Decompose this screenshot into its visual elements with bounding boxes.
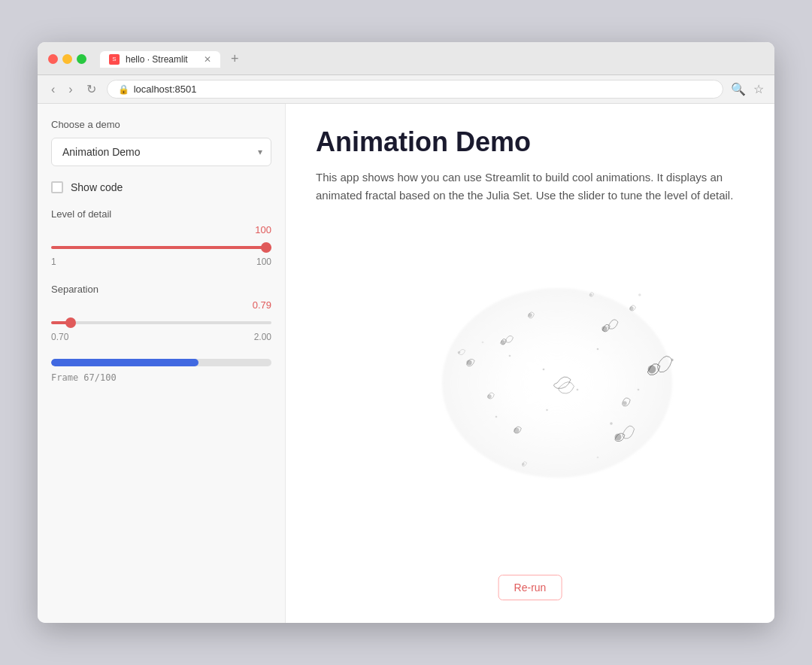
svg-point-19: [509, 355, 511, 357]
show-code-checkbox[interactable]: [51, 181, 63, 193]
forward-button[interactable]: ›: [65, 81, 75, 98]
sidebar: Choose a demo Animation Demo ▾ Show code…: [38, 104, 286, 623]
close-button[interactable]: [48, 54, 58, 64]
level-of-detail-value: 100: [51, 224, 271, 235]
tab-title: hello · Streamlit: [126, 54, 188, 65]
separation-slider[interactable]: [51, 321, 271, 324]
show-code-label: Show code: [71, 181, 123, 193]
tab-close-icon[interactable]: ✕: [204, 54, 211, 65]
active-tab[interactable]: S hello · Streamlit ✕: [100, 51, 220, 68]
svg-point-2: [623, 401, 626, 405]
browser-window: S hello · Streamlit ✕ + ‹ › ↻ 🔒 localhos…: [38, 42, 774, 623]
show-code-row: Show code: [51, 181, 271, 193]
separation-min: 0.70: [51, 332, 68, 342]
level-of-detail-label: Level of detail: [51, 208, 271, 220]
svg-point-14: [638, 293, 641, 296]
progress-bar-fill: [51, 359, 198, 366]
tab-bar: S hello · Streamlit ✕ +: [100, 50, 764, 68]
separation-minmax: 0.70 2.00: [51, 332, 271, 342]
minimize-button[interactable]: [62, 54, 72, 64]
separation-label: Separation: [51, 284, 271, 295]
level-of-detail-max: 100: [256, 257, 271, 267]
address-text: localhost:8501: [134, 84, 197, 95]
search-icon[interactable]: 🔍: [731, 82, 746, 96]
svg-point-23: [482, 342, 484, 344]
separation-slider-container: [51, 314, 271, 327]
traffic-lights: [48, 54, 86, 64]
maximize-button[interactable]: [77, 54, 86, 64]
demo-select[interactable]: Animation Demo: [51, 138, 271, 166]
address-bar[interactable]: 🔒 localhost:8501: [107, 80, 723, 99]
separation-section: Separation 0.79 0.70 2.00: [51, 284, 271, 342]
svg-point-21: [495, 416, 498, 418]
frame-counter: Frame 67/100: [51, 372, 271, 383]
page-title: Animation Demo: [316, 126, 744, 158]
progress-bar-container: Frame 67/100: [51, 359, 271, 383]
level-of-detail-section: Level of detail 100 1 100: [51, 208, 271, 267]
svg-point-17: [546, 409, 548, 411]
svg-point-15: [543, 369, 545, 371]
reload-button[interactable]: ↻: [83, 80, 99, 98]
main-content: Animation Demo This app shows how you ca…: [286, 104, 774, 623]
bookmark-icon[interactable]: ☆: [753, 82, 764, 96]
svg-point-20: [610, 422, 613, 425]
tab-favicon: S: [109, 54, 120, 65]
rerun-button[interactable]: Re-run: [498, 575, 562, 600]
level-of-detail-slider-container: [51, 238, 271, 252]
separation-max: 2.00: [254, 332, 271, 342]
page-description: This app shows how you can use Streamlit…: [316, 169, 737, 205]
demo-select-container: Animation Demo ▾: [51, 138, 271, 166]
lock-icon: 🔒: [118, 84, 129, 95]
browser-titlebar: S hello · Streamlit ✕ +: [38, 42, 774, 75]
progress-bar-bg: [51, 359, 271, 366]
fractal-container: [316, 227, 744, 498]
browser-toolbar: ‹ › ↻ 🔒 localhost:8501 🔍 ☆: [38, 75, 774, 104]
svg-point-22: [638, 389, 640, 391]
svg-point-16: [577, 389, 579, 391]
browser-content: Choose a demo Animation Demo ▾ Show code…: [38, 104, 774, 623]
level-of-detail-min: 1: [51, 257, 56, 267]
level-of-detail-slider[interactable]: [51, 246, 271, 249]
fractal-image: [316, 227, 744, 498]
svg-point-18: [597, 348, 599, 351]
demo-select-label: Choose a demo: [51, 119, 271, 130]
level-of-detail-minmax: 1 100: [51, 257, 271, 267]
separation-value: 0.79: [51, 299, 271, 311]
toolbar-icons: 🔍 ☆: [731, 82, 764, 96]
new-tab-button[interactable]: +: [226, 50, 244, 68]
svg-point-7: [671, 359, 674, 362]
svg-point-24: [597, 457, 599, 459]
back-button[interactable]: ‹: [48, 81, 58, 98]
